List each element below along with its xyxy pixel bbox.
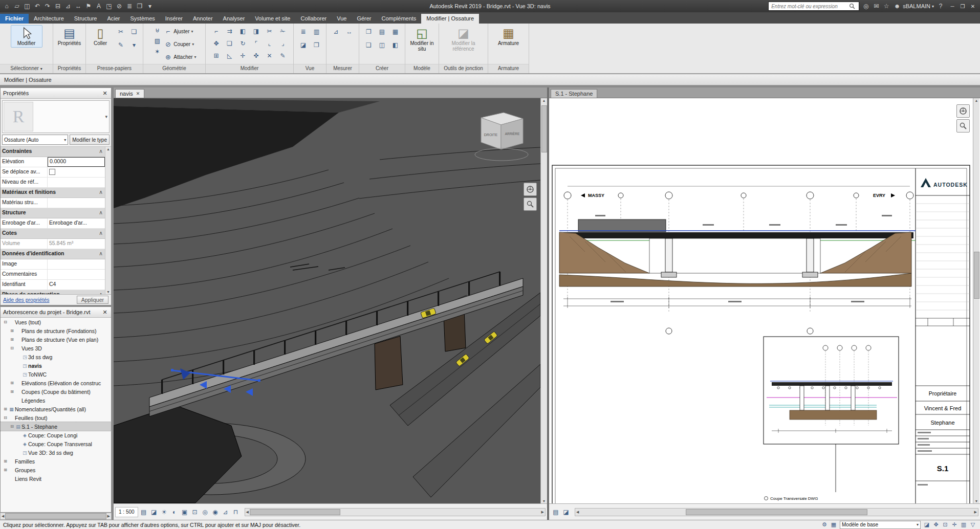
property-row[interactable]: Se déplace av... <box>1 167 105 178</box>
viewport-sheet-vertical-scrollbar[interactable]: ▲▼ <box>973 98 979 503</box>
property-row[interactable]: Commentaires <box>1 270 105 280</box>
tree-item[interactable]: ⊞ Plans de structure (Vue en plan) <box>1 335 111 344</box>
move-icon[interactable]: ✥ <box>211 38 222 49</box>
trim-extend-multiple-icon[interactable]: ⌟ <box>278 38 288 49</box>
properties-scrollbar[interactable]: ▲▼ <box>105 147 111 294</box>
panel-label-select[interactable]: Sélectionner ▾ <box>0 64 53 73</box>
ribbon-tab[interactable]: Modifier | Ossature <box>421 14 479 24</box>
property-row[interactable]: Identifiant C4 <box>1 280 105 290</box>
align-icon[interactable]: ⌐ <box>211 26 222 36</box>
temporary-hide-isolate-icon[interactable]: ◎ <box>200 507 210 517</box>
property-row[interactable]: Contraintes <box>1 147 105 157</box>
shadows-icon[interactable]: ◐ <box>169 507 180 517</box>
split-element-icon[interactable]: ✂ <box>265 26 275 36</box>
unpin-icon[interactable]: ✜ <box>251 51 262 61</box>
create-assembly-icon[interactable]: ◫ <box>377 40 387 50</box>
cut-icon[interactable]: ✂ <box>116 27 126 37</box>
section-icon[interactable]: ⊘ <box>115 2 124 11</box>
trim-extend-single-icon[interactable]: ⌞ <box>265 38 275 49</box>
tree-item[interactable]: ⊟ ▤ S.1 - Stephane <box>1 422 111 431</box>
aligned-dimension-icon[interactable]: ↔ <box>344 27 355 37</box>
thin-lines-icon[interactable]: ≣ <box>125 2 134 11</box>
aligned-dimension-icon[interactable]: ↔ <box>74 2 83 11</box>
pin-icon[interactable]: ✛ <box>238 51 248 61</box>
ribbon-tab[interactable]: Collaborer <box>295 14 332 24</box>
sign-in-menu[interactable]: ☻ sBALMAIN ▾ <box>893 3 934 10</box>
tree-item[interactable]: Légendes <box>1 396 111 405</box>
property-row[interactable]: Elévation 0.0000 <box>1 157 105 167</box>
ribbon-tab[interactable]: Architecture <box>29 14 69 24</box>
tree-item[interactable]: ⊟ Vues (tout) <box>1 318 111 326</box>
ribbon-tab[interactable]: Systèmes <box>125 14 160 24</box>
tree-item[interactable]: ⊞ Plans de structure (Fondations) <box>1 326 111 335</box>
delete-icon[interactable]: ✕ <box>265 51 275 61</box>
measure-icon[interactable]: ⊿ <box>331 27 341 37</box>
worksets-icon[interactable]: ⚙ <box>820 521 829 528</box>
join-geometry-icon[interactable]: ⊎ <box>152 25 162 35</box>
viewport-3d-vertical-scrollbar[interactable]: ▲▼ <box>540 98 547 503</box>
sheet-detail-level-icon[interactable]: ▤ <box>551 507 561 517</box>
viewport-3d-navis[interactable]: DROITE ARRIÈRE ▲▼ <box>114 98 547 503</box>
tree-item[interactable]: ◳ navis <box>1 361 111 370</box>
scale-control[interactable]: 1 : 500 <box>115 507 138 517</box>
help-button[interactable]: ? <box>937 3 945 10</box>
default-3d-view-icon[interactable]: ◳ <box>104 2 114 11</box>
steering-wheel-icon[interactable] <box>524 183 537 196</box>
cut-profile-icon[interactable]: ◪ <box>298 40 309 50</box>
ribbon-tab[interactable]: Structure <box>69 14 102 24</box>
thin-lines-icon[interactable]: ≣ <box>298 27 309 37</box>
tree-item[interactable]: ⊟ Feuilles (tout) <box>1 413 111 422</box>
zoom-tool-icon[interactable] <box>524 197 537 211</box>
type-preview[interactable]: R ▾ <box>2 100 110 133</box>
crop-view-icon[interactable]: ▣ <box>180 507 190 517</box>
ribbon-tab[interactable]: Analyser <box>218 14 250 24</box>
text-icon[interactable]: A <box>94 2 103 11</box>
sheet-steering-wheel-icon[interactable] <box>956 104 970 118</box>
tree-item[interactable]: Liens Revit <box>1 474 111 483</box>
viewport-3d-horizontal-scrollbar[interactable]: ◀▶ <box>245 508 546 516</box>
tree-item[interactable]: ⊞ Familles <box>1 457 111 466</box>
property-row[interactable]: Cotes <box>1 229 105 239</box>
mirror-draw-axis-icon[interactable]: ◨ <box>251 26 262 36</box>
ribbon-tab[interactable]: Annoter <box>188 14 218 24</box>
scale-icon[interactable]: ◺ <box>225 51 235 61</box>
view-tab-sheet[interactable]: S.1 - Stephane <box>551 89 597 98</box>
match-properties-icon[interactable]: ✎ <box>278 51 288 61</box>
tree-item[interactable]: ⊞ Coupes (Coupe du bâtiment) <box>1 387 111 396</box>
property-row[interactable]: Matériaux et finitions <box>1 188 105 198</box>
open-icon[interactable]: ▱ <box>12 2 21 11</box>
property-row[interactable]: Enrobage d'ar... Enrobage d'ar... <box>1 218 105 229</box>
app-home-icon[interactable]: ⌂ <box>2 2 11 11</box>
modify-button[interactable]: Modifier <box>11 25 42 48</box>
viewport-sheet-horizontal-scrollbar[interactable]: ◀▶ <box>575 508 978 516</box>
create-similar-icon[interactable]: ❐ <box>364 27 374 37</box>
geometry-dropdown-button[interactable]: ⌐Ajuster▾ <box>164 25 196 37</box>
property-row[interactable]: Données d'identification <box>1 249 105 259</box>
show-crop-icon[interactable]: ⊡ <box>190 507 200 517</box>
reveal-hidden-elements-icon[interactable]: ◉ <box>210 507 221 517</box>
tree-item[interactable]: ⊞ Elévations (Elévation de construc <box>1 379 111 387</box>
rebar-button[interactable]: ▦ Armature <box>493 25 525 48</box>
property-row[interactable]: Matériau stru... <box>1 198 105 208</box>
legend-component-icon[interactable]: ▤ <box>377 27 387 37</box>
property-row[interactable]: Image <box>1 259 105 270</box>
property-row[interactable]: Structure <box>1 208 105 218</box>
select-underlay-icon[interactable]: ▥ <box>960 521 968 528</box>
select-links-icon[interactable]: ⊡ <box>941 521 949 528</box>
undo-icon[interactable]: ↶ <box>33 2 42 11</box>
exclude-options-icon[interactable]: ◪ <box>923 521 931 528</box>
rotate-icon[interactable]: ↻ <box>238 38 248 49</box>
show-hidden-lines-icon[interactable]: ▥ <box>312 27 322 37</box>
analytical-model-icon[interactable]: ⊿ <box>221 507 231 517</box>
sun-path-icon[interactable]: ☀ <box>159 507 169 517</box>
array-icon[interactable]: ⊞ <box>211 51 222 61</box>
paint-icon[interactable]: ▨ <box>152 36 162 46</box>
trim-corner-icon[interactable]: ⌜ <box>251 38 262 49</box>
edit-type-button[interactable]: Modifier le type <box>70 135 110 145</box>
redo-icon[interactable]: ↷ <box>43 2 52 11</box>
properties-button[interactable]: ▤ Propriétés <box>55 25 83 48</box>
properties-close-icon[interactable]: ✕ <box>101 90 108 97</box>
tree-item[interactable]: ⊟ Vues 3D <box>1 344 111 352</box>
schedule-icon[interactable]: ▦ <box>390 27 401 37</box>
demolish-icon[interactable]: ✶ <box>152 47 162 57</box>
